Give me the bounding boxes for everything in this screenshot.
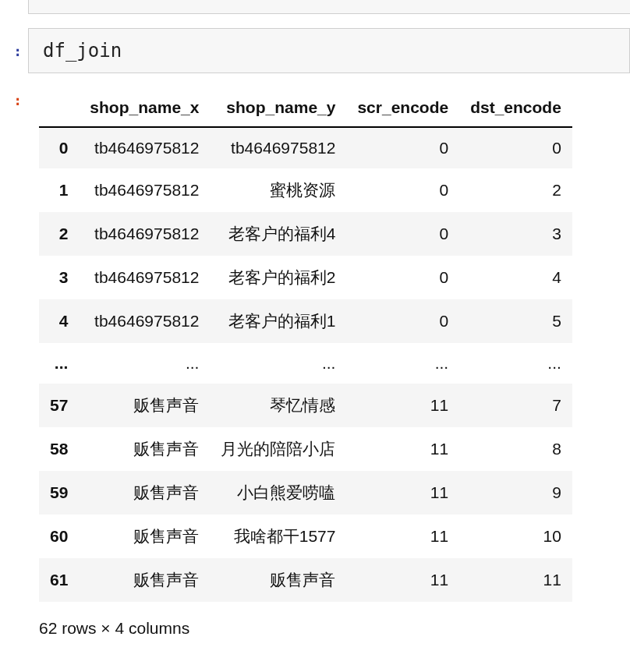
cell: 0 xyxy=(346,256,459,299)
cell: 11 xyxy=(459,558,572,602)
input-prompt: : xyxy=(0,43,28,59)
cell: 8 xyxy=(459,427,572,471)
cell: tb4646975812 xyxy=(79,212,210,256)
table-row: 2 tb4646975812 老客户的福利4 0 3 xyxy=(39,212,572,256)
cell: 2 xyxy=(459,168,572,212)
col-header: shop_name_y xyxy=(210,89,346,127)
table-row: 61 贩售声音 贩售声音 11 11 xyxy=(39,558,572,602)
cell: 10 xyxy=(459,515,572,558)
output-area: shop_name_x shop_name_y scr_encode dst_e… xyxy=(28,89,630,638)
row-index: 3 xyxy=(39,256,79,299)
cell: 小白熊爱唠嗑 xyxy=(210,471,346,515)
col-header: shop_name_x xyxy=(79,89,210,127)
table-row-ellipsis: ... ... ... ... ... xyxy=(39,343,572,384)
table-row: 58 贩售声音 月光的陪陪小店 11 8 xyxy=(39,427,572,471)
cell: 老客户的福利4 xyxy=(210,212,346,256)
code-input[interactable]: df_join xyxy=(28,28,630,73)
cell: 11 xyxy=(346,515,459,558)
cell: tb4646975812 xyxy=(79,168,210,212)
output-cell: : shop_name_x shop_name_y scr_encode dst… xyxy=(0,89,630,638)
table-row: 59 贩售声音 小白熊爱唠嗑 11 9 xyxy=(39,471,572,515)
cell: 3 xyxy=(459,212,572,256)
cell: 5 xyxy=(459,299,572,343)
row-index: 59 xyxy=(39,471,79,515)
cell: ... xyxy=(346,343,459,384)
index-header xyxy=(39,89,79,127)
cell: 9 xyxy=(459,471,572,515)
row-index: 2 xyxy=(39,212,79,256)
table-row: 3 tb4646975812 老客户的福利2 0 4 xyxy=(39,256,572,299)
cell: 贩售声音 xyxy=(79,558,210,602)
cell: 贩售声音 xyxy=(79,515,210,558)
cell: 0 xyxy=(346,127,459,168)
cell: 7 xyxy=(459,384,572,427)
table-row: 0 tb4646975812 tb4646975812 0 0 xyxy=(39,127,572,168)
header-row: shop_name_x shop_name_y scr_encode dst_e… xyxy=(39,89,572,127)
table-row: 60 贩售声音 我啥都干1577 11 10 xyxy=(39,515,572,558)
cell: tb4646975812 xyxy=(79,256,210,299)
row-index: 57 xyxy=(39,384,79,427)
row-index: 0 xyxy=(39,127,79,168)
cell: tb4646975812 xyxy=(79,299,210,343)
cell: ... xyxy=(79,343,210,384)
cell: tb4646975812 xyxy=(79,127,210,168)
row-index: 1 xyxy=(39,168,79,212)
cell: 4 xyxy=(459,256,572,299)
row-index: 60 xyxy=(39,515,79,558)
cell: 11 xyxy=(346,427,459,471)
cell: tb4646975812 xyxy=(210,127,346,168)
cell: 0 xyxy=(459,127,572,168)
table-row: 1 tb4646975812 蜜桃资源 0 2 xyxy=(39,168,572,212)
cell: 琴忆情感 xyxy=(210,384,346,427)
col-header: scr_encode xyxy=(346,89,459,127)
cell: 0 xyxy=(346,299,459,343)
dataframe-shape: 62 rows × 4 columns xyxy=(39,619,630,638)
col-header: dst_encode xyxy=(459,89,572,127)
cell: 0 xyxy=(346,168,459,212)
cell: 月光的陪陪小店 xyxy=(210,427,346,471)
row-index: 61 xyxy=(39,558,79,602)
cell: 蜜桃资源 xyxy=(210,168,346,212)
output-prompt: : xyxy=(0,89,28,108)
row-index: ... xyxy=(39,343,79,384)
dataframe-table: shop_name_x shop_name_y scr_encode dst_e… xyxy=(39,89,572,602)
table-row: 57 贩售声音 琴忆情感 11 7 xyxy=(39,384,572,427)
previous-cell-fragment xyxy=(28,0,630,14)
cell: 老客户的福利1 xyxy=(210,299,346,343)
row-index: 4 xyxy=(39,299,79,343)
cell: 11 xyxy=(346,471,459,515)
cell: 贩售声音 xyxy=(79,471,210,515)
cell: 0 xyxy=(346,212,459,256)
cell: 我啥都干1577 xyxy=(210,515,346,558)
cell: ... xyxy=(210,343,346,384)
cell: 贩售声音 xyxy=(210,558,346,602)
cell: ... xyxy=(459,343,572,384)
cell: 11 xyxy=(346,384,459,427)
cell: 11 xyxy=(346,558,459,602)
cell: 老客户的福利2 xyxy=(210,256,346,299)
cell: 贩售声音 xyxy=(79,384,210,427)
table-row: 4 tb4646975812 老客户的福利1 0 5 xyxy=(39,299,572,343)
cell: 贩售声音 xyxy=(79,427,210,471)
input-cell: : df_join xyxy=(0,28,630,73)
row-index: 58 xyxy=(39,427,79,471)
